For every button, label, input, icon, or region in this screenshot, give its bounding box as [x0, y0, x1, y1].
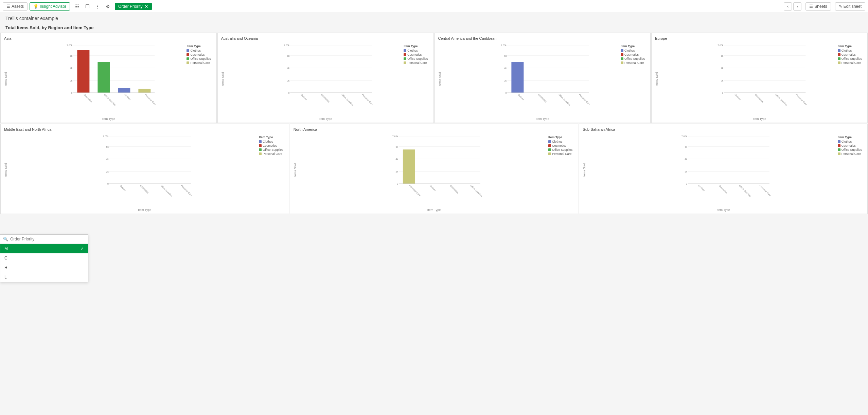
legend-label-2: Office Supplies	[190, 57, 211, 60]
svg-text:0: 0	[288, 92, 289, 94]
svg-text:0: 0	[722, 92, 724, 94]
svg-text:0: 0	[71, 92, 72, 94]
legend-item-2: Office Supplies	[621, 57, 645, 60]
svg-text:Office Supplies: Office Supplies	[557, 93, 571, 107]
y-axis-label-subsaharan: Items Sold	[583, 163, 586, 178]
filter-search: 🔍	[0, 235, 88, 244]
legend-color-1	[548, 144, 551, 147]
y-axis-label-australia: Items Sold	[221, 72, 225, 87]
svg-text:Personal Care: Personal Care	[578, 93, 591, 106]
legend-color-2	[838, 57, 840, 60]
legend-title: Item Type	[548, 136, 572, 139]
svg-text:Office Supplies: Office Supplies	[341, 93, 354, 107]
svg-text:Personal Care: Personal Care	[795, 93, 808, 106]
svg-text:Cosmetics: Cosmetics	[755, 93, 764, 103]
legend-label-0: Clothes	[842, 140, 852, 143]
close-filter-button[interactable]: ✕	[144, 4, 148, 9]
legend-color-0	[838, 49, 840, 52]
legend-item-2: Office Supplies	[259, 148, 283, 151]
chart-cell-asia: AsiaItems Sold02k4k6k7.65kCosmeticsOffic…	[0, 33, 217, 123]
svg-text:4k: 4k	[70, 67, 73, 69]
svg-text:6k: 6k	[106, 146, 109, 148]
more-icon[interactable]: ⋮	[94, 3, 101, 10]
x-axis-label-australia: Item Type	[221, 117, 430, 121]
sheets-button[interactable]: ☷ Sheets	[805, 2, 831, 11]
svg-text:2k: 2k	[395, 170, 398, 173]
svg-text:Personal Care: Personal Care	[144, 93, 157, 106]
chart-legend-australia: Item TypeClothesCosmeticsOffice Supplies…	[404, 44, 428, 65]
legend-color-2	[838, 148, 840, 151]
legend-label-2: Office Supplies	[842, 57, 862, 60]
legend-color-1	[259, 144, 262, 147]
svg-text:4k: 4k	[106, 158, 109, 160]
legend-label-1: Cosmetics	[842, 144, 856, 147]
filter-dropdown: 🔍 M✓CHL	[0, 234, 88, 282]
svg-rect-90	[403, 149, 415, 184]
svg-rect-14	[118, 88, 130, 93]
chart-svg-north_america: 02k4k6k7.65kPersonal CareClothesCosmetic…	[298, 133, 575, 204]
legend-label-0: Clothes	[263, 140, 273, 143]
legend-label-3: Personal Care	[552, 152, 572, 156]
legend-item-1: Cosmetics	[838, 144, 862, 147]
svg-text:7.65k: 7.65k	[67, 44, 73, 47]
legend-label-0: Clothes	[842, 49, 852, 52]
legend-item-2: Office Supplies	[838, 57, 862, 60]
filter-item-c[interactable]: C	[0, 253, 88, 263]
legend-color-2	[548, 148, 551, 151]
legend-item-2: Office Supplies	[548, 148, 572, 151]
svg-text:Clothes: Clothes	[124, 93, 131, 101]
legend-label-3: Personal Care	[263, 152, 282, 156]
legend-label-2: Office Supplies	[407, 57, 428, 60]
chart-legend-europe: Item TypeClothesCosmeticsOffice Supplies…	[838, 44, 862, 65]
grid-icon[interactable]: ☷	[73, 3, 81, 10]
svg-text:4k: 4k	[504, 67, 507, 69]
settings-icon[interactable]: ⚙	[104, 3, 111, 10]
legend-color-3	[404, 61, 406, 64]
insight-advisor-button[interactable]: 💡 Insight Advisor	[30, 2, 70, 11]
topbar: ☰ Assets 💡 Insight Advisor ☷ ❐ ⋮ ⚙ Order…	[0, 0, 868, 13]
chart-title-north_america: North America	[294, 127, 575, 131]
svg-text:2k: 2k	[287, 79, 290, 82]
legend-label-1: Cosmetics	[263, 144, 277, 147]
y-axis-label-north_america: Items Sold	[294, 163, 297, 178]
nav-prev-button[interactable]: ‹	[784, 2, 792, 11]
chart-cell-middle_east: Middle East and North AfricaItems Sold02…	[0, 124, 289, 214]
svg-text:6k: 6k	[395, 146, 398, 148]
y-axis-label-middle_east: Items Sold	[4, 163, 7, 178]
edit-sheet-button[interactable]: ✎ Edit sheet	[835, 2, 865, 11]
filter-item-m[interactable]: M✓	[0, 244, 88, 253]
x-axis-label-north_america: Item Type	[294, 208, 575, 212]
svg-text:7.65k: 7.65k	[392, 135, 398, 138]
assets-button[interactable]: ☰ Assets	[3, 2, 28, 11]
filter-item-label: L	[4, 275, 7, 279]
svg-text:2k: 2k	[721, 79, 724, 82]
legend-item-0: Clothes	[259, 140, 283, 143]
chart-svg-middle_east: 02k4k6k7.65kClothesCosmeticsOffice Suppl…	[8, 133, 285, 204]
legend-item-0: Clothes	[838, 140, 862, 143]
legend-item-1: Cosmetics	[404, 53, 428, 56]
legend-item-0: Clothes	[548, 140, 572, 143]
chart-legend-subsaharan: Item TypeClothesCosmeticsOffice Supplies…	[838, 136, 862, 156]
svg-text:4k: 4k	[721, 67, 724, 69]
filter-search-input[interactable]	[10, 237, 85, 241]
filter-item-l[interactable]: L	[0, 272, 88, 282]
chart-cell-central_america: Central America and the CaribbeanItems S…	[435, 33, 651, 123]
order-priority-label: Order Priority	[118, 4, 142, 9]
search-icon: 🔍	[3, 237, 8, 241]
expand-icon[interactable]: ❐	[84, 3, 91, 10]
legend-item-3: Personal Care	[621, 61, 645, 65]
legend-item-1: Cosmetics	[187, 53, 211, 56]
topbar-left: ☰ Assets 💡 Insight Advisor ☷ ❐ ⋮ ⚙ Order…	[3, 2, 152, 11]
legend-label-2: Office Supplies	[552, 148, 572, 151]
legend-label-2: Office Supplies	[624, 57, 645, 60]
legend-label-1: Cosmetics	[624, 53, 639, 56]
nav-next-button[interactable]: ›	[793, 2, 801, 11]
svg-text:Personal Care: Personal Care	[759, 184, 772, 197]
svg-rect-44	[511, 62, 524, 93]
filter-item-h[interactable]: H	[0, 263, 88, 272]
legend-label-1: Cosmetics	[552, 144, 566, 147]
svg-text:2k: 2k	[70, 79, 73, 82]
svg-text:Office Supplies: Office Supplies	[103, 93, 117, 107]
insight-label: Insight Advisor	[40, 4, 66, 9]
svg-text:Cosmetics: Cosmetics	[140, 184, 149, 194]
